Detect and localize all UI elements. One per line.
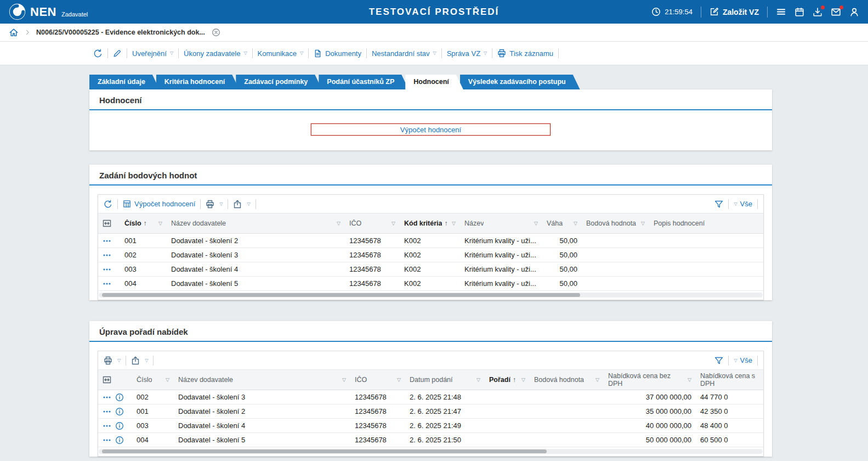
scrollbar-thumb[interactable]	[102, 449, 547, 453]
row-menu-icon[interactable]	[103, 393, 111, 402]
filter-icon[interactable]: ▽	[392, 221, 395, 226]
col-header-vaha[interactable]: Váha▽	[542, 213, 582, 234]
row-menu-icon[interactable]	[103, 279, 111, 288]
filter-icon[interactable]: ▽	[158, 221, 162, 226]
menu-nestandardni-stav[interactable]: Nestandardní stav▽	[372, 49, 436, 58]
filter-icon[interactable]: ▽	[452, 221, 456, 226]
row-menu-icon[interactable]	[103, 265, 111, 274]
col-header-cena-bez-dph[interactable]: Nabídková cena bez DPH▽	[604, 370, 696, 390]
dropdown-icon[interactable]: ▽	[145, 358, 148, 363]
tab-kriteria-hodnoceni[interactable]: Kritéria hodnocení	[156, 75, 239, 89]
menu-sprava-vz[interactable]: Správa VZ▽	[447, 49, 487, 58]
info-icon[interactable]	[115, 393, 124, 402]
edit-button[interactable]	[113, 49, 122, 58]
vypocet-hodnoceni-link[interactable]: Výpočet hodnocení	[123, 200, 195, 208]
calendar-button[interactable]	[795, 7, 804, 17]
downloads-button[interactable]	[813, 7, 822, 17]
close-record-button[interactable]	[212, 28, 220, 37]
grid-filter-button[interactable]	[714, 356, 723, 365]
col-header-popis-hodnoceni[interactable]: Popis hodnocení	[649, 213, 763, 234]
filter-icon[interactable]: ▽	[342, 377, 346, 383]
brand[interactable]: NEN Zadavatel	[9, 3, 88, 20]
dropdown-icon[interactable]: ▽	[247, 202, 250, 206]
table-row[interactable]: 001 Dodavatel - školení 2 12345678 K002 …	[98, 234, 763, 248]
tab-zakladni-udaje[interactable]: Základní údaje	[89, 75, 160, 89]
col-header-kod-kriteria[interactable]: Kód kritéria↑▽	[400, 213, 460, 234]
grid-toolbar: Výpočet hodnocení ▽ ▽ ▽Vše	[98, 195, 763, 213]
dropdown-icon[interactable]: ▽	[219, 202, 223, 206]
filter-icon[interactable]: ▽	[688, 377, 691, 383]
grid-filter-button[interactable]	[714, 200, 723, 209]
profile-button[interactable]	[849, 7, 859, 17]
filter-icon[interactable]: ▽	[397, 377, 401, 383]
grid-print-button[interactable]	[104, 356, 112, 365]
col-header-nazev-dodavatele[interactable]: Název dodavatele▽	[174, 370, 350, 390]
messages-button[interactable]	[831, 7, 841, 17]
row-menu-icon[interactable]	[103, 237, 111, 245]
row-menu-icon[interactable]	[103, 436, 111, 445]
grid-export-button[interactable]	[233, 200, 242, 209]
col-header-cislo[interactable]: Číslo▽	[132, 370, 174, 390]
clock: 21:59:54	[651, 7, 693, 16]
filter-icon[interactable]: ▽	[337, 221, 341, 226]
grid-print-button[interactable]	[206, 200, 214, 209]
col-header-poradi[interactable]: Pořadí↑▽	[485, 370, 530, 390]
horizontal-scrollbar[interactable]	[99, 293, 763, 297]
info-icon[interactable]	[115, 436, 124, 445]
table-row[interactable]: 004 Dodavatel - školení 5 12345678 K002 …	[98, 277, 763, 291]
filter-icon[interactable]: ▽	[574, 221, 577, 226]
print-record-button[interactable]: Tisk záznamu	[497, 49, 553, 58]
col-header-nazev[interactable]: Název▽	[460, 213, 542, 234]
menu-ukony-zadavatele[interactable]: Úkony zadavatele▽	[184, 49, 247, 58]
column-chooser[interactable]	[98, 370, 132, 390]
table-row[interactable]: 004 Dodavatel - školení 5 12345678 2. 6.…	[98, 433, 763, 447]
menu-komunikace[interactable]: Komunikace▽	[258, 49, 304, 58]
column-chooser[interactable]	[98, 213, 120, 234]
col-header-nazev-dodavatele[interactable]: Název dodavatele▽	[167, 213, 345, 234]
horizontal-scrollbar[interactable]	[99, 449, 763, 454]
menu-uverejneni[interactable]: Uveřejnění▽	[132, 49, 173, 58]
row-menu-icon[interactable]	[103, 407, 111, 416]
filter-vse-dropdown[interactable]: ▽Vše	[734, 356, 752, 364]
tab-vysledek-zadavaciho-postupu[interactable]: Výsledek zadávacího postupu	[460, 75, 580, 89]
filter-icon[interactable]: ▽	[641, 221, 645, 226]
home-button[interactable]	[9, 27, 19, 37]
table-row[interactable]: 002 Dodavatel - školení 3 12345678 2. 6.…	[98, 390, 763, 404]
filter-vse-dropdown[interactable]: ▽Vše	[734, 200, 752, 208]
col-header-ico[interactable]: IČO▽	[350, 370, 405, 390]
dropdown-icon[interactable]: ▽	[117, 358, 121, 363]
table-row[interactable]: 003 Dodavatel - školení 4 12345678 2. 6.…	[98, 419, 763, 433]
table-row[interactable]: 003 Dodavatel - školení 4 12345678 K002 …	[98, 262, 763, 277]
breadcrumb-item[interactable]: N006/25/V00005225 - Evidence elektronick…	[36, 29, 205, 36]
filter-icon[interactable]: ▽	[476, 377, 480, 383]
tab-zadavaci-podminky[interactable]: Zadávací podmínky	[236, 75, 322, 89]
filter-icon[interactable]: ▽	[534, 221, 538, 226]
scrollbar-thumb[interactable]	[102, 293, 580, 297]
col-header-datum-podani[interactable]: Datum podání▽	[405, 370, 485, 390]
table-row[interactable]: 001 Dodavatel - školení 2 12345678 2. 6.…	[98, 404, 763, 419]
filter-icon[interactable]: ▽	[595, 377, 599, 383]
toolbar-separator	[126, 356, 126, 366]
grid-refresh-button[interactable]	[104, 200, 112, 209]
col-header-cena-s-dph[interactable]: Nabídková cena s DPH	[696, 370, 763, 390]
col-header-ico[interactable]: IČO▽	[345, 213, 400, 234]
info-icon[interactable]	[115, 421, 124, 430]
tab-hodnoceni[interactable]: Hodnocení	[405, 75, 463, 89]
table-row[interactable]: 002 Dodavatel - školení 3 12345678 K002 …	[98, 248, 763, 262]
grid-export-button[interactable]	[131, 356, 140, 365]
info-icon[interactable]	[115, 407, 124, 416]
col-header-bodova-hodnota[interactable]: Bodová hodnota▽	[582, 213, 649, 234]
row-menu-icon[interactable]	[103, 421, 111, 430]
create-vz-button[interactable]: Založit VZ	[710, 7, 759, 16]
filter-icon[interactable]: ▽	[521, 377, 525, 383]
export-icon	[233, 200, 242, 209]
vypocet-hodnoceni-button[interactable]: Výpočet hodnocení	[311, 123, 551, 136]
tab-podani-ucastniku-zp[interactable]: Podání účastníků ZP	[319, 75, 409, 89]
filter-icon[interactable]: ▽	[166, 377, 169, 383]
row-menu-icon[interactable]	[103, 251, 111, 260]
col-header-bodova-hodnota[interactable]: Bodová hodnota▽	[530, 370, 604, 390]
col-header-cislo[interactable]: Číslo↑▽	[120, 213, 167, 234]
menu-button[interactable]	[776, 7, 786, 17]
refresh-button[interactable]	[93, 49, 103, 58]
menu-dokumenty[interactable]: Dokumenty	[314, 49, 361, 58]
